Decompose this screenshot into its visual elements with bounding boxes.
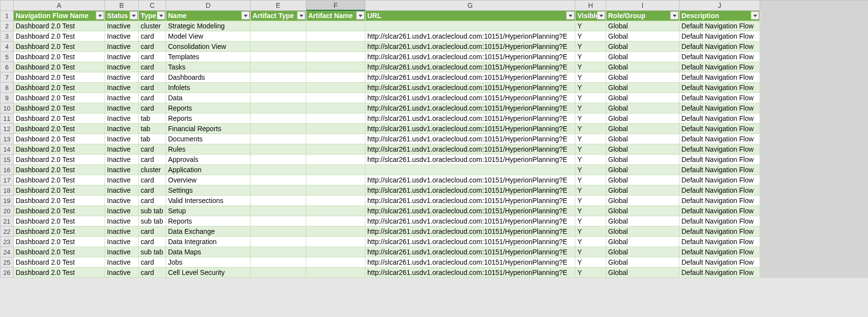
cell-A15[interactable]: Dashboard 2.0 Test — [14, 155, 105, 165]
cell-H17[interactable]: Y — [575, 175, 606, 185]
row-header-8[interactable]: 8 — [0, 83, 14, 93]
cell-D20[interactable]: Setup — [166, 206, 251, 216]
column-header-G[interactable]: G — [365, 0, 575, 11]
cell-D18[interactable]: Settings — [166, 185, 251, 196]
cell-C2[interactable]: cluster — [139, 21, 166, 31]
cell-I4[interactable]: Global — [606, 42, 679, 52]
cell-E9[interactable] — [251, 93, 306, 103]
cell-D13[interactable]: Documents — [166, 134, 251, 144]
cell-I5[interactable]: Global — [606, 52, 679, 62]
cell-G9[interactable]: http://slcar261.usdv1.oraclecloud.com:10… — [365, 93, 575, 103]
row-header-19[interactable]: 19 — [0, 196, 14, 206]
cell-C15[interactable]: card — [139, 155, 166, 165]
row-header-24[interactable]: 24 — [0, 247, 14, 257]
cell-A11[interactable]: Dashboard 2.0 Test — [14, 113, 105, 124]
cell-G14[interactable]: http://slcar261.usdv1.oraclecloud.com:10… — [365, 144, 575, 155]
cell-I20[interactable]: Global — [606, 206, 679, 216]
cell-J7[interactable]: Default Navigation Flow — [679, 72, 760, 83]
cell-E3[interactable] — [251, 31, 306, 42]
cell-B3[interactable]: Inactive — [105, 31, 139, 42]
cell-C8[interactable]: card — [139, 83, 166, 93]
cell-B15[interactable]: Inactive — [105, 155, 139, 165]
cell-H3[interactable]: Y — [575, 31, 606, 42]
cell-D16[interactable]: Application — [166, 165, 251, 175]
cell-G23[interactable]: http://slcar261.usdv1.oraclecloud.com:10… — [365, 237, 575, 247]
filter-button-g[interactable] — [566, 11, 574, 20]
cell-A7[interactable]: Dashboard 2.0 Test — [14, 72, 105, 83]
table-header-h[interactable]: Visible — [575, 11, 606, 21]
cell-H25[interactable]: Y — [575, 257, 606, 268]
row-header-15[interactable]: 15 — [0, 155, 14, 165]
cell-E21[interactable] — [251, 216, 306, 226]
row-header-3[interactable]: 3 — [0, 31, 14, 42]
cell-E22[interactable] — [251, 226, 306, 237]
cell-E14[interactable] — [251, 144, 306, 155]
cell-E25[interactable] — [251, 257, 306, 268]
cell-D15[interactable]: Approvals — [166, 155, 251, 165]
row-header-17[interactable]: 17 — [0, 175, 14, 185]
table-header-j[interactable]: Description — [679, 11, 760, 21]
cell-I17[interactable]: Global — [606, 175, 679, 185]
cell-B2[interactable]: Inactive — [105, 21, 139, 31]
cell-I25[interactable]: Global — [606, 257, 679, 268]
row-header-1[interactable]: 1 — [0, 11, 14, 21]
cell-C6[interactable]: card — [139, 62, 166, 72]
cell-J18[interactable]: Default Navigation Flow — [679, 185, 760, 196]
cell-J14[interactable]: Default Navigation Flow — [679, 144, 760, 155]
cell-H23[interactable]: Y — [575, 237, 606, 247]
cell-E23[interactable] — [251, 237, 306, 247]
cell-F12[interactable] — [306, 124, 365, 134]
cell-G7[interactable]: http://slcar261.usdv1.oraclecloud.com:10… — [365, 72, 575, 83]
cell-J17[interactable]: Default Navigation Flow — [679, 175, 760, 185]
cell-G13[interactable]: http://slcar261.usdv1.oraclecloud.com:10… — [365, 134, 575, 144]
cell-H9[interactable]: Y — [575, 93, 606, 103]
cell-J12[interactable]: Default Navigation Flow — [679, 124, 760, 134]
cell-J22[interactable]: Default Navigation Flow — [679, 226, 760, 237]
cell-F19[interactable] — [306, 196, 365, 206]
filter-button-a[interactable] — [96, 11, 104, 20]
cell-I11[interactable]: Global — [606, 113, 679, 124]
cell-G18[interactable]: http://slcar261.usdv1.oraclecloud.com:10… — [365, 185, 575, 196]
cell-F5[interactable] — [306, 52, 365, 62]
cell-A13[interactable]: Dashboard 2.0 Test — [14, 134, 105, 144]
cell-F17[interactable] — [306, 175, 365, 185]
column-header-J[interactable]: J — [679, 0, 760, 11]
filter-button-f[interactable] — [356, 11, 364, 20]
row-header-2[interactable]: 2 — [0, 21, 14, 31]
cell-J2[interactable]: Default Navigation Flow — [679, 21, 760, 31]
column-header-A[interactable]: A — [14, 0, 105, 11]
cell-B26[interactable]: Inactive — [105, 268, 139, 278]
cell-F4[interactable] — [306, 42, 365, 52]
cell-C26[interactable]: card — [139, 268, 166, 278]
cell-G21[interactable]: http://slcar261.usdv1.oraclecloud.com:10… — [365, 216, 575, 226]
cell-J25[interactable]: Default Navigation Flow — [679, 257, 760, 268]
cell-H19[interactable]: Y — [575, 196, 606, 206]
cell-F8[interactable] — [306, 83, 365, 93]
cell-A23[interactable]: Dashboard 2.0 Test — [14, 237, 105, 247]
cell-I26[interactable]: Global — [606, 268, 679, 278]
cell-H10[interactable]: Y — [575, 103, 606, 113]
cell-I19[interactable]: Global — [606, 196, 679, 206]
cell-H14[interactable]: Y — [575, 144, 606, 155]
cell-H24[interactable]: Y — [575, 247, 606, 257]
cell-F6[interactable] — [306, 62, 365, 72]
cell-C16[interactable]: cluster — [139, 165, 166, 175]
cell-I9[interactable]: Global — [606, 93, 679, 103]
cell-G22[interactable]: http://slcar261.usdv1.oraclecloud.com:10… — [365, 226, 575, 237]
cell-J21[interactable]: Default Navigation Flow — [679, 216, 760, 226]
cell-C11[interactable]: tab — [139, 113, 166, 124]
column-header-E[interactable]: E — [251, 0, 306, 11]
cell-F11[interactable] — [306, 113, 365, 124]
cell-G26[interactable]: http://slcar261.usdv1.oraclecloud.com:10… — [365, 268, 575, 278]
cell-E26[interactable] — [251, 268, 306, 278]
cell-A6[interactable]: Dashboard 2.0 Test — [14, 62, 105, 72]
spreadsheet-grid[interactable]: ABCDEFGHIJ1Navigation Flow NameStatusTyp… — [0, 0, 868, 278]
row-header-25[interactable]: 25 — [0, 257, 14, 268]
cell-F10[interactable] — [306, 103, 365, 113]
cell-E6[interactable] — [251, 62, 306, 72]
cell-F26[interactable] — [306, 268, 365, 278]
cell-G3[interactable]: http://slcar261.usdv1.oraclecloud.com:10… — [365, 31, 575, 42]
row-header-16[interactable]: 16 — [0, 165, 14, 175]
cell-E5[interactable] — [251, 52, 306, 62]
cell-F2[interactable] — [306, 21, 365, 31]
